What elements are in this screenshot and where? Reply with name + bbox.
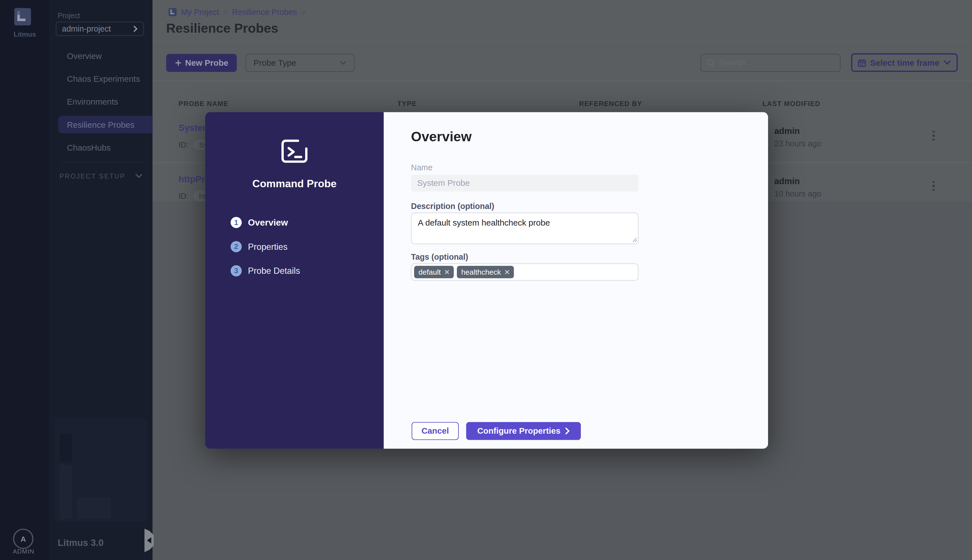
breadcrumb-separator: > (302, 8, 306, 17)
sidebar-item-resilience-probes[interactable]: Resilience Probes (58, 116, 153, 133)
sidebar-illustration (55, 418, 148, 522)
chevron-right-icon (133, 25, 138, 32)
description-label: Description (optional) (411, 201, 494, 211)
plus-icon (175, 60, 182, 66)
column-header-referenced-by: REFERENCED BY (579, 100, 642, 107)
select-time-frame-button[interactable]: Select time frame (851, 53, 958, 72)
project-setup-label: PROJECT SETUP (60, 172, 125, 180)
wizard-side-panel: Command Probe 1 Overview 2 Properties 3 … (205, 112, 383, 448)
wizard-step-overview[interactable]: 1 Overview (231, 217, 288, 228)
litmus-mini-logo-icon (169, 8, 177, 17)
brand-name: Litmus (0, 30, 50, 38)
configure-properties-label: Configure Properties (477, 426, 560, 436)
tag-chip-healthcheck: healthcheck (457, 266, 514, 278)
project-setup-toggle[interactable]: PROJECT SETUP (60, 172, 142, 180)
step-number: 3 (231, 265, 242, 277)
column-header-last-modified: LAST MODIFIED (762, 100, 820, 107)
wizard-title: Command Probe (205, 178, 383, 190)
user-avatar[interactable]: A (13, 529, 33, 549)
tag-chip-default: default (414, 266, 454, 278)
wizard-step-properties[interactable]: 2 Properties (231, 241, 288, 252)
probe-type-dropdown[interactable]: Probe Type (245, 54, 355, 72)
breadcrumb-separator: > (223, 8, 228, 17)
id-label: ID: (178, 140, 188, 149)
terminal-icon (280, 139, 308, 163)
wizard-form-panel: Overview Name Description (optional) A d… (383, 112, 768, 448)
modified-time: 10 hours ago (774, 189, 821, 198)
row-menu-button[interactable] (927, 129, 940, 142)
search-input[interactable] (719, 58, 831, 68)
tags-input[interactable]: default healthcheck (411, 263, 639, 281)
tag-text: healthcheck (461, 268, 501, 276)
search-box (700, 54, 840, 72)
sidebar-item-overview[interactable]: Overview (50, 47, 153, 65)
name-label: Name (411, 163, 432, 172)
select-time-frame-label: Select time frame (870, 58, 940, 67)
id-label: ID: (178, 192, 188, 200)
row-menu-button[interactable] (927, 179, 940, 193)
chevron-right-icon (565, 427, 570, 434)
remove-tag-icon[interactable] (505, 270, 510, 275)
litmus-logo-icon[interactable] (14, 8, 31, 26)
breadcrumb: My Project > Resilience Probes > (169, 7, 306, 17)
search-icon (707, 59, 715, 67)
calendar-icon (858, 58, 866, 67)
chevron-down-icon (944, 60, 951, 65)
collapse-arrow-icon (147, 537, 151, 543)
chevron-down-icon (135, 173, 142, 178)
sidebar-item-environments[interactable]: Environments (50, 93, 153, 110)
left-rail: Litmus A ADMIN (0, 0, 50, 560)
new-probe-label: New Probe (185, 58, 228, 68)
step-number: 2 (231, 241, 242, 252)
new-probe-button[interactable]: New Probe (166, 54, 237, 72)
step-number: 1 (231, 217, 242, 228)
configure-properties-button[interactable]: Configure Properties (466, 422, 581, 440)
remove-tag-icon[interactable] (445, 270, 450, 275)
page-title: Resilience Probes (166, 21, 278, 36)
project-label: Project (58, 12, 80, 19)
tag-text: default (418, 268, 440, 276)
chevron-down-icon (340, 61, 347, 65)
user-label: ADMIN (0, 548, 47, 555)
description-textarea[interactable]: A default system healthcheck probe (411, 213, 639, 244)
header-divider (153, 41, 972, 42)
sidebar-nav-list: Overview Chaos Experiments Environments … (50, 47, 153, 162)
sidebar-item-chaoshubs[interactable]: ChaosHubs (50, 139, 153, 156)
modified-by: admin (774, 176, 800, 186)
command-probe-modal: Command Probe 1 Overview 2 Properties 3 … (205, 112, 768, 448)
column-header-probe-name: PROBE NAME (178, 100, 228, 107)
name-input[interactable] (411, 175, 639, 192)
breadcrumb-resilience-probes[interactable]: Resilience Probes (232, 7, 297, 17)
project-selector[interactable]: admin-project (56, 22, 144, 36)
app-root: My Project > Resilience Probes > Resilie… (0, 0, 972, 560)
breadcrumb-my-project[interactable]: My Project (181, 7, 219, 17)
step-label: Probe Details (248, 266, 300, 276)
version-label: Litmus 3.0 (58, 537, 103, 548)
sidebar-divider (62, 162, 143, 162)
tags-label: Tags (optional) (411, 252, 468, 262)
modified-by: admin (774, 126, 800, 136)
sidebar-item-chaos-experiments[interactable]: Chaos Experiments (50, 70, 153, 87)
step-label: Properties (248, 242, 287, 252)
wizard-step-probe-details[interactable]: 3 Probe Details (231, 265, 300, 277)
probe-type-label: Probe Type (253, 58, 296, 68)
toolbar-divider (153, 81, 972, 81)
form-title: Overview (411, 129, 472, 145)
project-name: admin-project (62, 24, 111, 33)
column-header-type: TYPE (397, 100, 417, 107)
cancel-button[interactable]: Cancel (412, 422, 458, 440)
modified-time: 23 hours ago (774, 139, 821, 148)
step-label: Overview (248, 217, 288, 227)
sidebar-nav-panel: Project admin-project Overview Chaos Exp… (50, 0, 153, 560)
